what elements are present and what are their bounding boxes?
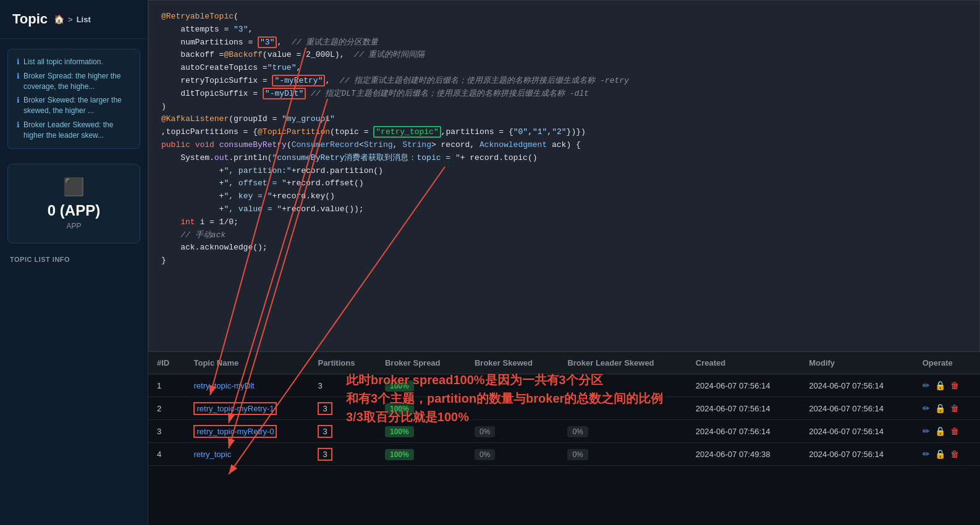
code-line-10: @KafkaListener(groupId = "my_group1" xyxy=(161,113,967,126)
code-line-17: +", value = "+record.value()); xyxy=(161,203,967,216)
table-row: 4 retry_topic 3 100% 0% 0% 2024-06-07 07… xyxy=(148,443,980,466)
delete-button[interactable]: 🗑 xyxy=(950,426,959,436)
code-overlay: @RetryableTopic( attempts = "3", numPart… xyxy=(148,0,980,352)
info-text-3: Broker Skewed: the larger the skewed, th… xyxy=(23,95,131,116)
topic-name-link[interactable]: retry_topic-myRetry-1 xyxy=(193,402,277,415)
info-text-2: Broker Spread: the higher the coverage, … xyxy=(23,71,131,92)
delete-button[interactable]: 🗑 xyxy=(950,449,959,459)
code-line-16: +", key = "+record.key() xyxy=(161,190,967,203)
col-modify: Modify xyxy=(800,352,913,374)
cell-broker-skewed xyxy=(466,397,559,420)
cell-operate: ✏ 🔒 🗑 xyxy=(914,397,980,420)
code-line-6: retryTopicSuffix = "-myRetry", // 指定重试主题… xyxy=(161,75,967,88)
lock-button[interactable]: 🔒 xyxy=(935,426,945,436)
spread-badge: 100% xyxy=(385,449,414,460)
code-line-21: } xyxy=(161,254,967,267)
col-operate: Operate xyxy=(914,352,980,374)
cell-id: 3 xyxy=(148,420,185,443)
table-area: #ID Topic Name Partitions Broker Spread … xyxy=(148,352,980,525)
info-icon-2: ℹ xyxy=(17,71,20,82)
code-line-2: attempts = "3", xyxy=(161,23,967,36)
table-row: 2 retry_topic-myRetry-1 3 100% 2024-06-0… xyxy=(148,397,980,420)
sidebar-header: Topic 🏠 > List xyxy=(0,0,148,39)
code-line-19: // 手动ack xyxy=(161,229,967,242)
col-topic-name: Topic Name xyxy=(185,352,309,374)
col-broker-spread: Broker Spread xyxy=(376,352,466,374)
topic-name-link[interactable]: retry_topic-myRetry-0 xyxy=(193,425,277,438)
database-icon: ⬛ xyxy=(20,177,127,197)
cell-operate: ✏ 🔒 🗑 xyxy=(914,443,980,466)
breadcrumb: 🏠 > List xyxy=(54,14,91,24)
ops-container: ✏ 🔒 🗑 xyxy=(923,449,971,459)
edit-button[interactable]: ✏ xyxy=(923,426,930,436)
cell-partitions: 3 xyxy=(309,397,376,420)
cell-topic-name: retry_topic-myRetry-1 xyxy=(185,397,309,420)
stat-card: ⬛ 0 (APP) APP xyxy=(7,164,140,243)
col-partitions: Partitions xyxy=(309,352,376,374)
code-line-20: ack.acknowledge(); xyxy=(161,242,967,254)
cell-topic-name: retry_topic-myDlt xyxy=(185,374,309,397)
skewed-badge: 0% xyxy=(475,449,495,460)
cell-id: 2 xyxy=(148,397,185,420)
info-icon-3: ℹ xyxy=(17,95,20,106)
delete-button[interactable]: 🗑 xyxy=(950,403,959,413)
home-icon[interactable]: 🏠 xyxy=(54,14,64,24)
info-icon-1: ℹ xyxy=(17,57,20,67)
cell-broker-spread: 100% xyxy=(376,397,466,420)
delete-button[interactable]: 🗑 xyxy=(950,380,959,390)
col-broker-leader-skewed: Broker Leader Skewed xyxy=(559,352,686,374)
cell-created: 2024-06-07 07:56:14 xyxy=(687,397,800,420)
cell-broker-leader-skewed: 0% xyxy=(559,443,686,466)
lock-button[interactable]: 🔒 xyxy=(935,403,945,413)
info-item-2: ℹ Broker Spread: the higher the coverage… xyxy=(17,71,131,92)
sidebar-title: Topic xyxy=(12,11,48,27)
lock-button[interactable]: 🔒 xyxy=(935,380,945,390)
cell-id: 4 xyxy=(148,443,185,466)
cell-modify: 2024-06-07 07:56:14 xyxy=(800,374,913,397)
edit-button[interactable]: ✏ xyxy=(923,449,930,459)
code-line-4: backoff =@Backoff(value = 2_000L), // 重试… xyxy=(161,49,967,62)
code-line-8: ) xyxy=(161,101,967,114)
ops-container: ✏ 🔒 🗑 xyxy=(923,426,971,436)
ops-container: ✏ 🔒 🗑 xyxy=(923,380,971,390)
spread-badge: 100% xyxy=(385,403,414,414)
code-line-14: +", partition:"+record.partition() xyxy=(161,165,967,178)
edit-button[interactable]: ✏ xyxy=(923,380,930,390)
col-broker-skewed: Broker Skewed xyxy=(466,352,559,374)
col-id: #ID xyxy=(148,352,185,374)
cell-broker-spread: 100% xyxy=(376,420,466,443)
table-header-row: #ID Topic Name Partitions Broker Spread … xyxy=(148,352,980,374)
code-line-18: int i = 1/0; xyxy=(161,216,967,229)
ops-container: ✏ 🔒 🗑 xyxy=(923,403,971,413)
cell-broker-skewed: 0% xyxy=(466,420,559,443)
spread-badge: 100% xyxy=(385,380,414,392)
cell-topic-name: retry_topic-myRetry-0 xyxy=(185,420,309,443)
lock-button[interactable]: 🔒 xyxy=(935,449,945,459)
topic-table: #ID Topic Name Partitions Broker Spread … xyxy=(148,352,980,466)
cell-broker-skewed xyxy=(466,374,559,397)
code-line-13: System.out.println("consumeByRetry消费者获取到… xyxy=(161,152,967,165)
table-row: 3 retry_topic-myRetry-0 3 100% 0% 0% 202… xyxy=(148,420,980,443)
leader-skewed-badge: 0% xyxy=(567,449,588,460)
code-line-15: +", offset = "+record.offset() xyxy=(161,177,967,190)
cell-partitions: 3 xyxy=(309,374,376,397)
table-row: 1 retry_topic-myDlt 3 100% 2024-06-07 07… xyxy=(148,374,980,397)
edit-button[interactable]: ✏ xyxy=(923,403,930,413)
cell-broker-leader-skewed xyxy=(559,397,686,420)
leader-skewed-badge: 0% xyxy=(567,426,588,437)
topic-name-link[interactable]: retry_topic-myDlt xyxy=(193,381,254,390)
main-content: @RetryableTopic( attempts = "3", numPart… xyxy=(148,0,980,525)
topic-name-link[interactable]: retry_topic xyxy=(193,450,231,459)
spread-badge: 100% xyxy=(385,426,414,437)
code-line-3: numPartitions = "3", // 重试主题的分区数量 xyxy=(161,36,967,49)
cell-created: 2024-06-07 07:56:14 xyxy=(687,420,800,443)
cell-modify: 2024-06-07 07:56:14 xyxy=(800,443,913,466)
code-line-5: autoCreateTopics ="true", xyxy=(161,62,967,75)
info-item-1: ℹ List all topic information. xyxy=(17,57,131,67)
stat-value: 0 (APP) xyxy=(20,202,127,219)
cell-operate: ✏ 🔒 🗑 xyxy=(914,420,980,443)
info-box: ℹ List all topic information. ℹ Broker S… xyxy=(7,49,140,149)
cell-created: 2024-06-07 07:56:14 xyxy=(687,374,800,397)
cell-partitions: 3 xyxy=(309,420,376,443)
cell-broker-leader-skewed xyxy=(559,374,686,397)
